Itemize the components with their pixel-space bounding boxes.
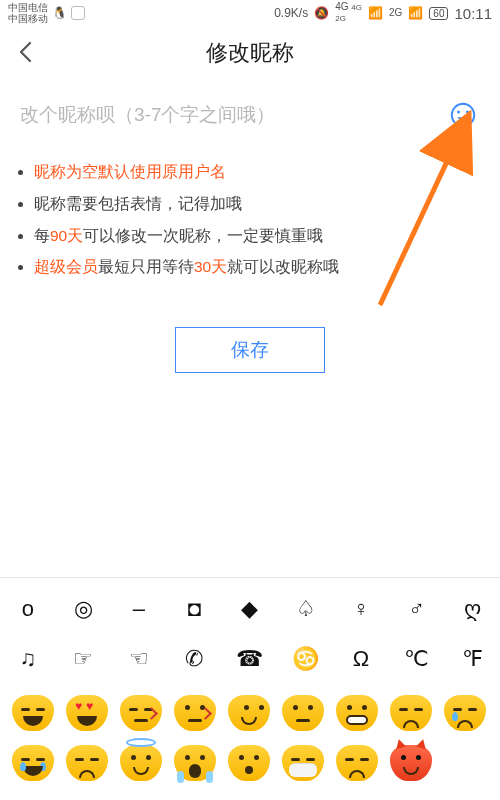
symbol-key-row2-2[interactable]: ☜	[117, 646, 161, 672]
back-button[interactable]	[14, 40, 38, 64]
emoji-grin[interactable]	[6, 688, 60, 738]
clock: 10:11	[454, 5, 492, 22]
net-speed: 0.9K/s	[274, 6, 308, 20]
symbol-key-row1-4[interactable]: ◆	[228, 596, 272, 622]
symbol-key-row1-7[interactable]: ♂	[395, 596, 439, 622]
network-2g: 2G	[389, 8, 402, 18]
symbol-key-row1-0[interactable]: o	[6, 596, 50, 622]
emoji-hushed[interactable]	[222, 738, 276, 788]
symbol-key-row2-7[interactable]: ℃	[395, 646, 439, 672]
symbol-key-row2-5[interactable]: ♋	[284, 646, 328, 672]
svg-point-2	[466, 111, 469, 114]
page-title: 修改昵称	[206, 38, 294, 68]
symbol-key-row1-1[interactable]: ◎	[61, 596, 105, 622]
emoji-face-icon	[228, 695, 270, 731]
emoji-face-icon	[66, 745, 108, 781]
rule-2: 昵称需要包括表情，记得加哦	[34, 188, 470, 220]
app-tray-icon	[71, 6, 85, 20]
symbol-key-row1-8[interactable]: ღ	[450, 596, 494, 622]
symbol-key-row2-4[interactable]: ☎	[228, 646, 272, 672]
nickname-input[interactable]	[20, 104, 436, 126]
symbol-key-row2-6[interactable]: Ω	[339, 646, 383, 672]
emoji-face-icon	[390, 745, 432, 781]
signal-icon-1: 📶	[368, 6, 383, 20]
emoji-beaming[interactable]	[330, 688, 384, 738]
emoji-face-icon	[336, 745, 378, 781]
carrier-2: 中国移动	[8, 13, 48, 24]
header: 修改昵称	[0, 26, 500, 80]
emoji-face-icon	[66, 695, 108, 731]
emoji-kissing[interactable]	[168, 688, 222, 738]
status-bar: 中国电信 中国移动 🐧 0.9K/s 🔕 4G 4G 2G 📶 2G 📶 60 …	[0, 0, 500, 26]
emoji-neutral[interactable]	[276, 688, 330, 738]
emoji-face-icon	[120, 745, 162, 781]
qq-icon: 🐧	[52, 6, 67, 20]
symbol-key-row1-3[interactable]: ◘	[172, 596, 216, 622]
symbol-key-row2-8[interactable]: ℉	[450, 646, 494, 672]
svg-point-1	[457, 111, 460, 114]
emoji-face-icon	[174, 745, 216, 781]
battery-level: 60	[429, 7, 448, 20]
signal-icon-2: 📶	[408, 6, 423, 20]
emoji-kissing-closed[interactable]	[114, 688, 168, 738]
emoji-face-icon	[390, 695, 432, 731]
emoji-smirk[interactable]	[222, 688, 276, 738]
emoji-sleepy[interactable]	[438, 688, 492, 738]
symbol-key-row1-6[interactable]: ♀	[339, 596, 383, 622]
symbol-key-row2-0[interactable]: ♫	[6, 646, 50, 672]
symbol-key-row2-1[interactable]: ☞	[61, 646, 105, 672]
symbol-key-row1-2[interactable]: –	[117, 596, 161, 622]
emoji-persevere[interactable]	[60, 738, 114, 788]
emoji-tears-of-joy[interactable]	[6, 738, 60, 788]
svg-point-0	[452, 104, 475, 127]
emoji-heart-eyes[interactable]	[60, 688, 114, 738]
emoji-face-icon	[12, 745, 54, 781]
rule-3: 每90天可以修改一次昵称，一定要慎重哦	[34, 220, 470, 252]
emoji-disappointed[interactable]	[330, 738, 384, 788]
emoji-pensive[interactable]	[384, 688, 438, 738]
emoji-face-icon	[228, 745, 270, 781]
emoji-halo[interactable]	[114, 738, 168, 788]
emoji-mask[interactable]	[276, 738, 330, 788]
emoji-face-icon	[12, 695, 54, 731]
rule-1: 昵称为空默认使用原用户名	[34, 156, 470, 188]
rules-list: 昵称为空默认使用原用户名 昵称需要包括表情，记得加哦 每90天可以修改一次昵称，…	[0, 136, 500, 283]
symbol-keyboard: o◎–◘◆♤♀♂ღ ♫☞☜✆☎♋Ω℃℉	[0, 577, 500, 800]
emoji-devil[interactable]	[384, 738, 438, 788]
symbol-key-row1-5[interactable]: ♤	[284, 596, 328, 622]
emoji-face-icon	[444, 695, 486, 731]
symbol-key-row2-3[interactable]: ✆	[172, 646, 216, 672]
mute-icon: 🔕	[314, 6, 329, 20]
emoji-face-icon	[174, 695, 216, 731]
emoji-face-icon	[120, 695, 162, 731]
emoji-face-icon	[336, 695, 378, 731]
emoji-face-icon	[282, 745, 324, 781]
emoji-picker-button[interactable]	[446, 98, 480, 132]
network-4g: 4G 4G 2G	[335, 2, 362, 24]
rule-4: 超级会员最短只用等待30天就可以改昵称哦	[34, 251, 470, 283]
emoji-face-icon	[282, 695, 324, 731]
emoji-scream[interactable]	[168, 738, 222, 788]
carrier-1: 中国电信	[8, 2, 48, 13]
save-button[interactable]: 保存	[175, 327, 325, 373]
